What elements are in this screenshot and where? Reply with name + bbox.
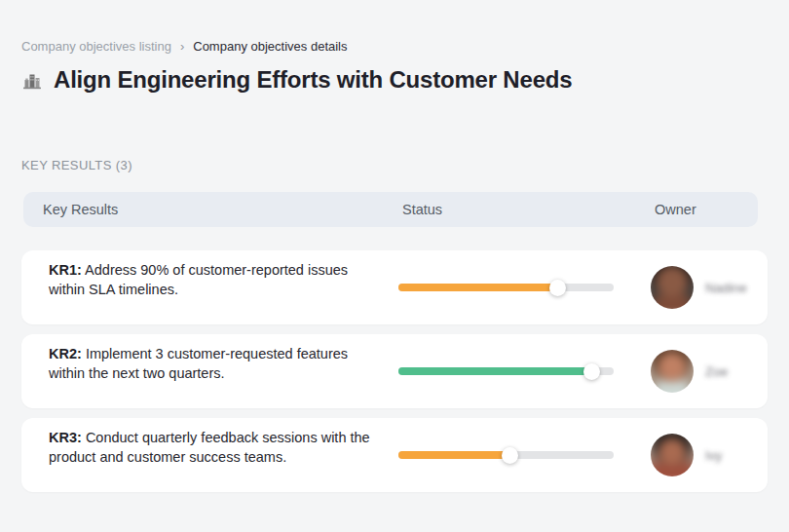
page-title: Align Engineering Efforts with Customer … bbox=[54, 66, 572, 94]
objective-details-page: Company objectives listing › Company obj… bbox=[0, 0, 789, 532]
key-result-text: KR3: Conduct quarterly feedback sessions… bbox=[49, 428, 372, 467]
table-header-row: Key Results Status Owner bbox=[23, 192, 758, 227]
key-result-row[interactable]: KR2: Implement 3 customer-requested feat… bbox=[21, 334, 768, 408]
column-header-owner: Owner bbox=[655, 192, 696, 227]
key-results-list: KR1: Address 90% of customer-reported is… bbox=[21, 250, 768, 502]
progress-fill bbox=[398, 451, 510, 459]
progress-slider-handle[interactable] bbox=[502, 447, 518, 464]
key-result-description: Conduct quarterly feedback sessions with… bbox=[49, 430, 370, 465]
key-result-label: KR2: bbox=[49, 346, 82, 361]
key-result-row[interactable]: KR3: Conduct quarterly feedback sessions… bbox=[21, 418, 768, 492]
key-result-text: KR2: Implement 3 customer-requested feat… bbox=[49, 344, 372, 383]
key-result-description: Address 90% of customer-reported issues … bbox=[49, 262, 348, 297]
breadcrumb-company-objectives-listing[interactable]: Company objectives listing bbox=[21, 39, 171, 54]
progress-slider-track[interactable] bbox=[398, 367, 614, 375]
key-result-label: KR1: bbox=[49, 262, 82, 278]
owner-cell: Zoe bbox=[651, 334, 728, 408]
breadcrumb-company-objectives-details: Company objectives details bbox=[193, 39, 347, 54]
status-cell bbox=[398, 334, 614, 408]
key-result-description: Implement 3 customer-requested features … bbox=[49, 346, 348, 381]
buildings-icon bbox=[21, 69, 43, 91]
progress-fill bbox=[398, 367, 592, 375]
chevron-right-icon: › bbox=[180, 39, 184, 54]
key-result-text: KR1: Address 90% of customer-reported is… bbox=[49, 260, 372, 299]
owner-avatar bbox=[651, 350, 694, 393]
progress-slider-track[interactable] bbox=[398, 451, 614, 459]
owner-avatar bbox=[651, 266, 694, 309]
key-results-section-label: KEY RESULTS (3) bbox=[21, 158, 132, 172]
column-header-key-results: Key Results bbox=[43, 192, 118, 227]
progress-slider-handle[interactable] bbox=[583, 363, 600, 380]
key-result-row[interactable]: KR1: Address 90% of customer-reported is… bbox=[21, 250, 768, 324]
progress-fill bbox=[398, 284, 558, 291]
column-header-status: Status bbox=[402, 192, 442, 227]
status-cell bbox=[398, 418, 614, 492]
owner-name: Zoe bbox=[705, 364, 728, 379]
breadcrumb: Company objectives listing › Company obj… bbox=[21, 39, 348, 54]
title-row: Align Engineering Efforts with Customer … bbox=[21, 66, 572, 94]
status-cell bbox=[398, 250, 614, 324]
owner-cell: Ivy bbox=[651, 418, 722, 492]
owner-name: Ivy bbox=[705, 448, 722, 463]
owner-avatar bbox=[651, 434, 694, 476]
owner-cell: Nadine bbox=[651, 250, 747, 324]
progress-slider-track[interactable] bbox=[398, 284, 614, 291]
key-result-label: KR3: bbox=[49, 430, 82, 445]
owner-name: Nadine bbox=[705, 281, 747, 295]
progress-slider-handle[interactable] bbox=[549, 280, 566, 296]
